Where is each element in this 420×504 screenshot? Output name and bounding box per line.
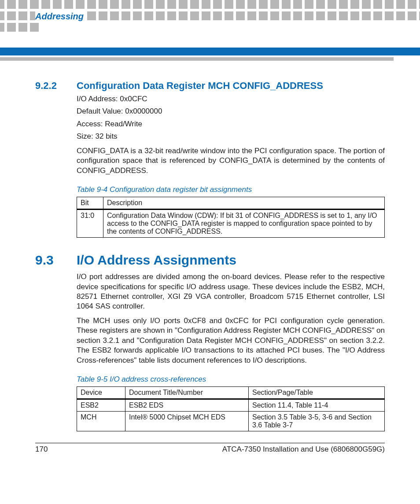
table-header: Description: [103, 197, 385, 210]
table-cell: Section 3.5 Table 3-5, 3-6 and Section 3…: [249, 412, 385, 431]
section-paragraph: I/O port addresses are divided among the…: [77, 272, 385, 312]
section-number: 9.3: [35, 253, 63, 268]
table-cell: Intel® 5000 Chipset MCH EDS: [125, 412, 249, 431]
section-number: 9.2.2: [35, 80, 63, 92]
section-heading-9-3: 9.3 I/O Address Assignments: [35, 253, 385, 268]
table-9-5: Device Document Title/Number Section/Pag…: [77, 386, 385, 431]
table-row: ESB2 ESB2 EDS Section 11.4, Table 11-4: [77, 399, 385, 412]
table-cell: 31:0: [77, 210, 103, 238]
page-number: 170: [35, 445, 48, 454]
table-header: Bit: [77, 197, 103, 210]
section-paragraph: The MCH uses only I/O ports 0xCF8 and 0x…: [77, 316, 385, 365]
table-header: Section/Page/Table: [249, 387, 385, 399]
gray-divider: [0, 57, 394, 61]
table-cell: Section 11.4, Table 11-4: [249, 399, 385, 412]
section-paragraph: CONFIG_DATA is a 32-bit read/write windo…: [77, 146, 385, 176]
size-line: Size: 32 bits: [77, 132, 385, 141]
table-header: Document Title/Number: [125, 387, 249, 399]
section-title: Configuration Data Register MCH CONFIG_A…: [77, 80, 323, 92]
table-cell: ESB2: [77, 399, 125, 412]
table-9-4-caption: Table 9-4 Configuration data register bi…: [77, 185, 385, 194]
blue-divider: [0, 48, 420, 55]
table-cell: ESB2 EDS: [125, 399, 249, 412]
header-decoration: Addressing: [0, 0, 420, 40]
chapter-title: Addressing: [35, 11, 86, 22]
io-address-line: I/O Address: 0x0CFC: [77, 94, 385, 104]
table-9-4: Bit Description 31:0 Configuration Data …: [77, 197, 385, 238]
section-heading-9-2-2: 9.2.2 Configuration Data Register MCH CO…: [35, 80, 385, 92]
table-cell: MCH: [77, 412, 125, 431]
table-row: 31:0 Configuration Data Window (CDW): If…: [77, 210, 385, 238]
table-cell: Configuration Data Window (CDW): If bit …: [103, 210, 385, 238]
table-row: MCH Intel® 5000 Chipset MCH EDS Section …: [77, 412, 385, 431]
page-footer: 170 ATCA-7350 Installation and Use (6806…: [35, 443, 385, 454]
table-header: Device: [77, 387, 125, 399]
default-value-line: Default Value: 0x0000000: [77, 107, 385, 116]
table-9-5-caption: Table 9-5 I/O address cross-references: [77, 375, 385, 384]
access-line: Access: Read/Write: [77, 119, 385, 129]
section-title: I/O Address Assignments: [77, 253, 236, 268]
doc-title-footer: ATCA-7350 Installation and Use (6806800G…: [222, 445, 385, 454]
